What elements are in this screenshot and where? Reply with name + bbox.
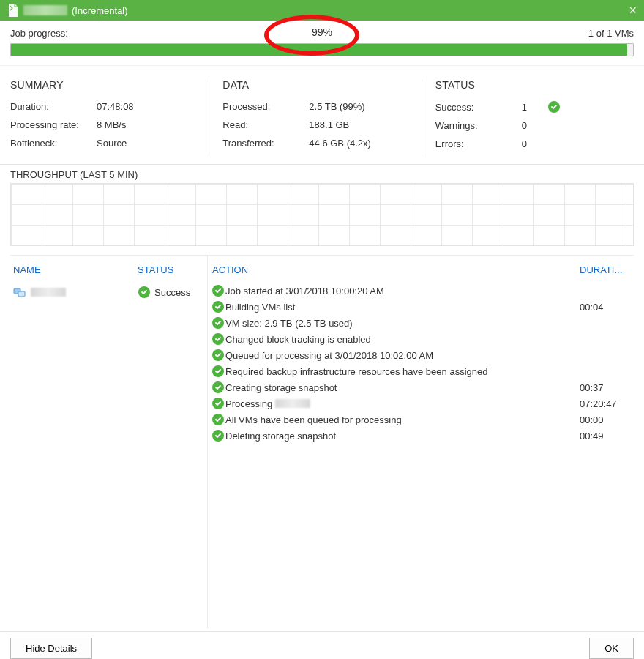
checkmark-icon: [212, 333, 224, 345]
job-name-redacted: [23, 5, 67, 15]
action-duration: 00:49: [580, 431, 631, 442]
column-status[interactable]: STATUS: [138, 264, 204, 275]
checkmark-icon: [548, 101, 560, 113]
action-duration: 00:04: [580, 302, 631, 313]
action-status-icon: [211, 333, 225, 345]
action-text: Required backup infrastructure resources…: [225, 366, 580, 377]
svg-rect-1: [18, 291, 25, 297]
vm-row[interactable]: Success: [10, 283, 207, 302]
processed-value: 2.5 TB (99%): [309, 101, 364, 112]
rate-value: 8 MB/s: [97, 119, 126, 130]
vm-icon: [13, 286, 26, 299]
redacted-text: [275, 399, 310, 408]
action-text: Creating storage snapshot: [225, 382, 580, 393]
progress-area: Job progress: 99% 1 of 1 VMs: [0, 21, 644, 61]
success-value: 1: [522, 102, 538, 113]
action-status-icon: [211, 414, 225, 425]
action-status-icon: [211, 381, 225, 393]
read-value: 188.1 GB: [309, 119, 349, 130]
errors-value: 0: [522, 138, 538, 149]
warnings-value: 0: [522, 120, 538, 131]
transferred-value: 44.6 GB (4.2x): [309, 138, 371, 149]
hide-details-button[interactable]: Hide Details: [10, 638, 92, 659]
checkmark-icon: [212, 301, 224, 313]
action-text: Changed block tracking is enabled: [225, 334, 580, 345]
progress-percent: 99%: [312, 26, 332, 38]
progress-bar-fill: [11, 44, 627, 56]
checkmark-icon: [212, 381, 224, 393]
action-duration: 00:00: [580, 414, 631, 425]
data-heading: DATA: [222, 79, 412, 91]
checkmark-icon: [138, 286, 150, 298]
status-column: STATUS Success: 1 Warnings:0 Errors:0: [422, 79, 634, 157]
column-name[interactable]: NAME: [13, 264, 138, 275]
column-duration[interactable]: DURATI...: [580, 264, 631, 275]
action-row[interactable]: All VMs have been queued for processing0…: [211, 412, 631, 428]
action-duration: 07:20:47: [580, 398, 631, 409]
action-status-icon: [211, 301, 225, 313]
duration-value: 07:48:08: [97, 101, 134, 112]
checkmark-icon: [212, 365, 224, 377]
vm-name-redacted: [31, 288, 66, 297]
checkmark-icon: [212, 285, 224, 297]
action-status-icon: [211, 398, 225, 409]
dialog-footer: Hide Details OK: [0, 631, 644, 659]
action-row[interactable]: VM size: 2.9 TB (2.5 TB used): [211, 315, 631, 331]
action-row[interactable]: Creating storage snapshot00:37: [211, 379, 631, 395]
titlebar: (Incremental) ×: [0, 0, 644, 21]
action-row[interactable]: Deleting storage snapshot00:49: [211, 428, 631, 444]
detail-panes: NAME STATUS Success ACTION DURATI... Job…: [10, 255, 634, 628]
success-label: Success:: [435, 102, 516, 113]
action-row[interactable]: Building VMs list00:04: [211, 299, 631, 315]
column-action[interactable]: ACTION: [211, 264, 580, 275]
action-status-icon: [211, 365, 225, 377]
job-icon: [7, 3, 19, 18]
action-list: Job started at 3/01/2018 10:00:20 AMBuil…: [208, 283, 634, 444]
action-text: Processing: [225, 398, 580, 409]
checkmark-icon: [212, 430, 224, 442]
action-text: Deleting storage snapshot: [225, 431, 580, 442]
action-pane: ACTION DURATI... Job started at 3/01/201…: [208, 256, 634, 628]
action-duration: 00:37: [580, 382, 631, 393]
action-status-icon: [211, 430, 225, 442]
bottleneck-value: Source: [97, 138, 127, 149]
action-text: All VMs have been queued for processing: [225, 414, 580, 425]
action-row[interactable]: Processing 07:20:47: [211, 395, 631, 412]
checkmark-icon: [212, 317, 224, 329]
summary-column: SUMMARY Duration:07:48:08 Processing rat…: [10, 79, 209, 157]
checkmark-icon: [212, 414, 224, 425]
data-column: DATA Processed:2.5 TB (99%) Read:188.1 G…: [209, 79, 421, 157]
action-row[interactable]: Queued for processing at 3/01/2018 10:02…: [211, 347, 631, 363]
action-row[interactable]: Job started at 3/01/2018 10:00:20 AM: [211, 283, 631, 299]
stats-panel: SUMMARY Duration:07:48:08 Processing rat…: [0, 65, 644, 165]
rate-label: Processing rate:: [10, 119, 91, 130]
close-icon[interactable]: ×: [629, 3, 637, 18]
progress-right: 1 of 1 VMs: [588, 28, 634, 39]
action-row[interactable]: Required backup infrastructure resources…: [211, 363, 631, 379]
bottleneck-label: Bottleneck:: [10, 138, 91, 149]
action-status-icon: [211, 317, 225, 329]
vm-status-text: Success: [154, 287, 190, 298]
processed-label: Processed:: [222, 101, 303, 112]
checkmark-icon: [212, 398, 224, 409]
action-status-icon: [211, 285, 225, 297]
checkmark-icon: [212, 349, 224, 361]
vm-list-pane: NAME STATUS Success: [10, 256, 208, 628]
action-text: Queued for processing at 3/01/2018 10:02…: [225, 350, 580, 361]
action-text: VM size: 2.9 TB (2.5 TB used): [225, 318, 580, 329]
throughput-heading: THROUGHPUT (LAST 5 MIN): [10, 169, 634, 180]
job-type: (Incremental): [72, 5, 128, 16]
ok-button[interactable]: OK: [589, 638, 634, 659]
transferred-label: Transferred:: [222, 138, 303, 149]
summary-heading: SUMMARY: [10, 79, 200, 91]
action-row[interactable]: Changed block tracking is enabled: [211, 331, 631, 347]
action-text: Building VMs list: [225, 302, 580, 313]
read-label: Read:: [222, 119, 303, 130]
status-heading: STATUS: [435, 79, 625, 91]
throughput-chart: [10, 183, 634, 246]
duration-label: Duration:: [10, 101, 91, 112]
action-text: Job started at 3/01/2018 10:00:20 AM: [225, 286, 580, 297]
progress-bar: [10, 43, 634, 56]
errors-label: Errors:: [435, 138, 516, 149]
warnings-label: Warnings:: [435, 120, 516, 131]
